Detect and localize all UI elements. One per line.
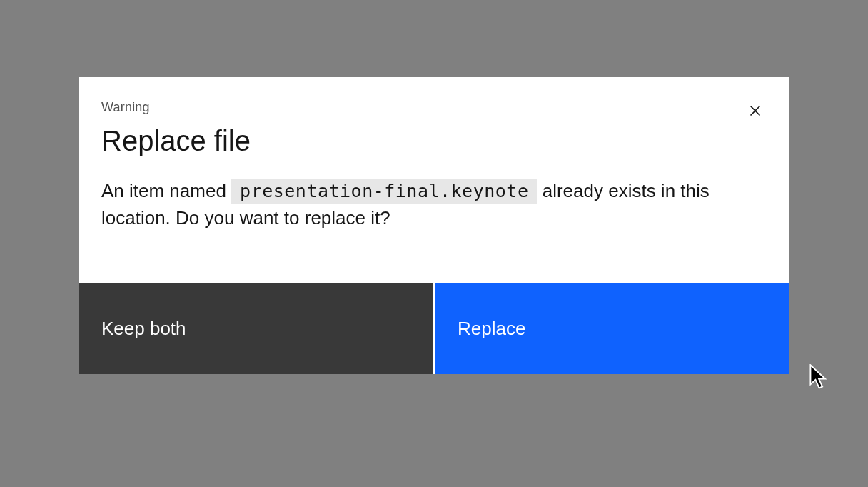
- warning-modal: Warning Replace file An item named prese…: [79, 77, 789, 374]
- modal-footer: Keep both Replace: [79, 283, 789, 374]
- close-icon: [746, 101, 764, 122]
- mouse-cursor-icon: [809, 364, 828, 393]
- body-text-prefix: An item named: [101, 180, 231, 201]
- modal-title: Replace file: [101, 124, 767, 158]
- replace-button[interactable]: Replace: [435, 283, 789, 374]
- filename-chip: presentation-final.keynote: [231, 179, 537, 204]
- modal-body: An item named presentation-final.keynote…: [79, 178, 789, 283]
- modal-label: Warning: [101, 100, 767, 115]
- modal-header: Warning Replace file: [79, 77, 789, 178]
- svg-marker-0: [750, 105, 760, 115]
- close-button[interactable]: [741, 97, 769, 126]
- keep-both-button[interactable]: Keep both: [79, 283, 433, 374]
